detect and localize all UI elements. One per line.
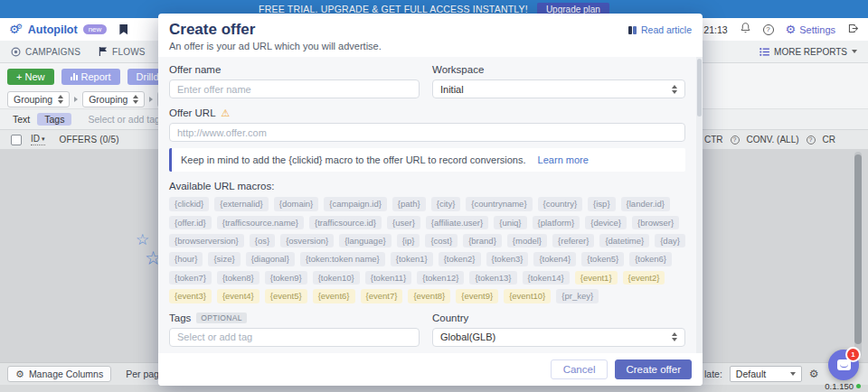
macro-chip[interactable]: {browser} [632,216,679,229]
ctr-help-icon[interactable]: ? [731,135,740,145]
macro-chip[interactable]: {trafficsource.id} [309,216,382,229]
template-select[interactable]: Default [730,366,802,382]
macro-chip[interactable]: {token7} [169,271,212,285]
tab-campaigns-label: CAMPAIGNS [25,47,80,57]
macro-chip[interactable]: {event10} [504,289,551,303]
macro-chip[interactable]: {datetime} [599,234,649,247]
template-settings-gear-icon[interactable]: ⚙ [809,369,819,379]
macro-chip[interactable]: {event9} [456,289,498,303]
column-id[interactable]: ID ▾ [31,134,45,145]
tab-flows[interactable]: FLOWS [99,41,146,62]
macro-chip[interactable]: {user} [387,216,420,229]
macro-chip[interactable]: {platform} [533,216,580,229]
more-reports-button[interactable]: MORE REPORTS [760,47,857,57]
macro-chip[interactable]: {model} [507,234,547,247]
macro-chip[interactable]: {event7} [361,289,403,303]
macro-chip[interactable]: {token4} [533,252,576,266]
country-select[interactable]: Global(GLB) [432,328,685,347]
macro-chip[interactable]: {offer.id} [169,216,212,229]
macro-chip[interactable]: {token5} [581,252,624,266]
macro-chip[interactable]: {event4} [217,289,259,303]
macro-chip[interactable]: {cost} [425,234,458,247]
modal-body: Offer name Workspace Initial Offer URL ⚠… [158,57,703,353]
read-article-link[interactable]: Read article [628,24,692,35]
chat-widget-button[interactable]: 1 [828,350,859,380]
macro-chip[interactable]: {token1} [391,252,433,266]
logout-icon[interactable] [847,22,859,38]
cr-help-icon[interactable]: ? [807,135,816,145]
column-ctr[interactable]: CTR [704,135,723,145]
tab-campaigns[interactable]: CAMPAIGNS [11,41,80,62]
macro-chip[interactable]: {os} [250,234,275,247]
tag-filter-input[interactable]: Select or add tag [88,114,159,125]
macro-chip[interactable]: {osversion} [280,234,334,247]
manage-columns-button[interactable]: ⚙ Manage Columns [7,366,111,382]
macro-chip[interactable]: {pr_key} [556,289,599,303]
macro-chip[interactable]: {domain} [274,197,319,210]
bookmark-icon[interactable] [119,24,127,35]
macro-chip[interactable]: {browserversion} [169,234,244,247]
macro-chip[interactable]: {event5} [265,289,307,303]
macro-chip[interactable]: {token8} [217,271,259,285]
macro-chip[interactable]: {lander.id} [621,197,670,210]
macro-chip[interactable]: {event8} [408,289,450,303]
workspace-select[interactable]: Initial [432,79,685,98]
macro-chip[interactable]: {country} [538,197,583,210]
cancel-button[interactable]: Cancel [551,359,609,379]
macro-chip[interactable]: {brand} [463,234,502,247]
macro-chip[interactable]: {token6} [629,252,672,266]
macro-chip[interactable]: {token13} [469,271,516,285]
modal-scrollbar-thumb[interactable] [697,59,702,117]
macro-chip[interactable]: {externalid} [214,197,269,210]
macro-chip[interactable]: {token14} [523,271,570,285]
macro-chip[interactable]: {token2} [439,252,481,266]
macro-chip[interactable]: {diagonal} [246,252,295,266]
macro-chip[interactable]: {referer} [552,234,594,247]
notifications-bell-icon[interactable] [740,22,751,38]
filter-mode-text[interactable]: Text [13,114,30,125]
macro-chip[interactable]: {campaign.id} [324,197,387,210]
macro-chip[interactable]: {hour} [169,252,203,266]
grouping-dropdown-2[interactable]: Grouping [82,91,145,107]
grouping-dropdown-1[interactable]: Grouping [7,91,70,107]
macro-chip[interactable]: {countryname} [466,197,532,210]
macro-chip[interactable]: {event3} [169,289,212,303]
macro-chip[interactable]: {uniq} [494,216,526,229]
macro-chip[interactable]: {device} [585,216,627,229]
macro-chip[interactable]: {token11} [365,271,411,285]
macro-chip[interactable]: {token3} [486,252,529,266]
create-offer-button[interactable]: Create offer [615,359,692,379]
macro-chip[interactable]: {isp} [588,197,616,210]
select-all-checkbox[interactable] [11,135,22,145]
offer-url-input[interactable] [169,123,685,142]
column-conv[interactable]: CONV. (ALL) [747,135,799,145]
offer-name-input[interactable] [169,79,420,98]
macro-chip[interactable]: {ip} [397,234,420,247]
macro-chip[interactable]: {event6} [313,289,355,303]
new-button[interactable]: + New [7,69,54,85]
macro-chip[interactable]: {event1} [575,271,618,285]
macro-chip[interactable]: {city} [431,197,461,210]
macro-chip[interactable]: {path} [392,197,426,210]
macro-chip[interactable]: {affiliate.user} [426,216,488,229]
page-scrollbar-thumb[interactable] [854,154,862,344]
macro-chip[interactable]: {token12} [417,271,464,285]
macro-chip[interactable]: {size} [208,252,240,266]
macro-chip[interactable]: {day} [655,234,685,247]
report-button[interactable]: Report [61,69,120,85]
sort-carets-icon [133,95,138,104]
help-icon[interactable]: ? [763,24,774,35]
macro-chip[interactable]: {token9} [265,271,307,285]
macro-chip[interactable]: {token:token name} [300,252,385,266]
filter-mode-tags[interactable]: Tags [37,113,71,126]
macro-chip[interactable]: {token10} [313,271,360,285]
macro-chip[interactable]: {trafficsource.name} [217,216,304,229]
column-cr[interactable]: CR [823,135,835,145]
macro-chip[interactable]: {language} [339,234,391,247]
macro-chip[interactable]: {event2} [623,271,665,285]
tags-input[interactable] [169,328,420,347]
settings-button[interactable]: ⚙ Settings [786,23,835,35]
learn-more-link[interactable]: Learn more [538,154,589,165]
column-offers[interactable]: OFFERS (0/5) [60,135,119,145]
macro-chip[interactable]: {clickid} [169,197,209,210]
